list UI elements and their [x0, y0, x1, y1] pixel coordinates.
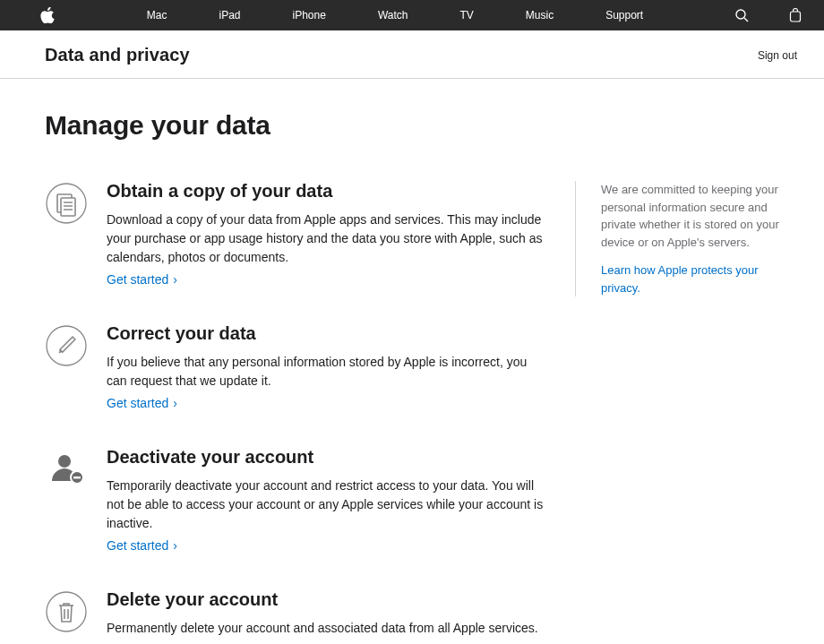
nav-item-watch[interactable]: Watch [352, 9, 434, 21]
svg-rect-10 [59, 337, 74, 352]
trash-icon [45, 589, 87, 632]
action-correct-title: Correct your data [107, 323, 548, 344]
side-column: We are committed to keeping your persona… [575, 181, 797, 296]
svg-point-9 [47, 326, 86, 365]
svg-rect-5 [61, 198, 75, 216]
main-column: Obtain a copy of your data Download a co… [45, 181, 575, 644]
pencil-icon [45, 323, 87, 366]
nav-item-ipad[interactable]: iPad [193, 9, 266, 21]
user-minus-icon [45, 447, 87, 490]
svg-point-15 [47, 592, 86, 631]
svg-line-1 [744, 18, 748, 21]
page-content: Manage your data Obtain a copy of [0, 79, 824, 644]
global-nav-actions [735, 8, 802, 22]
action-obtain-cta[interactable]: Get started [107, 272, 177, 287]
action-delete: Delete your account Permanently delete y… [45, 589, 548, 644]
action-correct-cta[interactable]: Get started [107, 396, 177, 410]
sub-header: Data and privacy Sign out [0, 30, 824, 79]
svg-rect-2 [791, 12, 801, 21]
sign-out-link[interactable]: Sign out [758, 49, 797, 62]
action-deactivate-title: Deactivate your account [107, 447, 548, 468]
global-nav-links: Mac iPad iPhone Watch TV Music Support [55, 9, 735, 21]
action-deactivate: Deactivate your account Temporarily deac… [45, 447, 548, 554]
action-obtain-desc: Download a copy of your data from Apple … [107, 210, 548, 267]
search-icon[interactable] [735, 9, 749, 22]
svg-rect-14 [73, 477, 81, 478]
action-correct: Correct your data If you believe that an… [45, 323, 548, 411]
action-delete-title: Delete your account [107, 589, 548, 610]
document-icon [45, 181, 87, 224]
apple-logo-icon[interactable] [40, 7, 55, 23]
privacy-blurb: We are committed to keeping your persona… [601, 181, 797, 251]
action-delete-desc: Permanently delete your account and asso… [107, 619, 548, 638]
svg-marker-11 [57, 349, 63, 355]
nav-item-music[interactable]: Music [500, 9, 579, 21]
columns: Obtain a copy of your data Download a co… [45, 181, 797, 644]
action-obtain-title: Obtain a copy of your data [107, 181, 548, 202]
privacy-learn-link[interactable]: Learn how Apple protects your privacy. [601, 262, 797, 296]
action-deactivate-desc: Temporarily deactivate your account and … [107, 477, 548, 533]
global-nav: Mac iPad iPhone Watch TV Music Support [0, 0, 824, 30]
svg-point-12 [58, 455, 71, 468]
bag-icon[interactable] [789, 8, 802, 22]
page-title: Manage your data [45, 110, 797, 141]
nav-item-support[interactable]: Support [579, 9, 669, 21]
nav-item-iphone[interactable]: iPhone [267, 9, 352, 21]
action-deactivate-cta[interactable]: Get started [107, 538, 177, 553]
svg-point-0 [736, 10, 745, 19]
action-correct-desc: If you believe that any personal informa… [107, 353, 548, 391]
sub-header-title: Data and privacy [45, 45, 190, 65]
nav-item-tv[interactable]: TV [433, 9, 499, 21]
nav-item-mac[interactable]: Mac [121, 9, 193, 21]
action-obtain: Obtain a copy of your data Download a co… [45, 181, 548, 288]
